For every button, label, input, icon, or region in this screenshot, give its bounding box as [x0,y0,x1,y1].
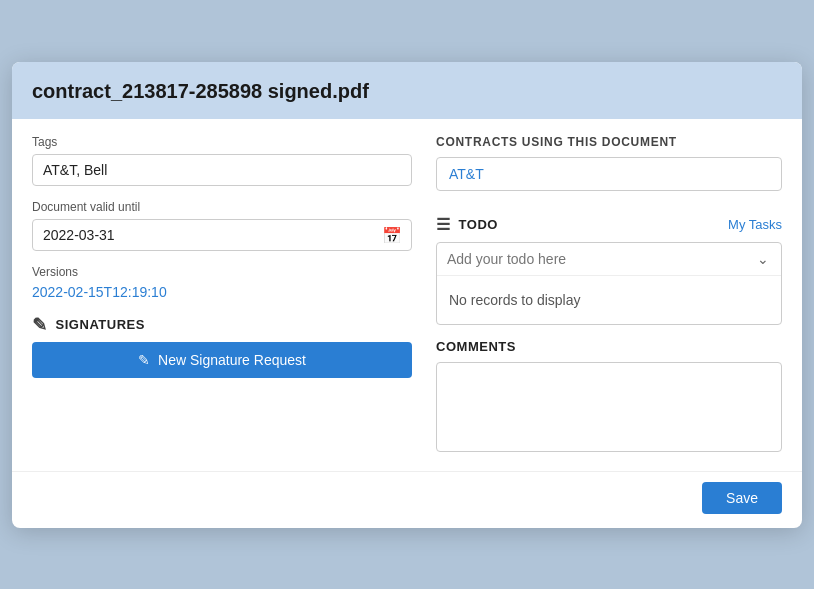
valid-until-field: Document valid until 📅 [32,200,412,251]
todo-title: ☰ TODO [436,215,498,234]
signatures-title: ✎ SIGNATURES [32,314,412,336]
calendar-icon[interactable]: 📅 [382,225,402,244]
version-link[interactable]: 2022-02-15T12:19:10 [32,284,167,300]
todo-dropdown-button[interactable]: ⌄ [755,251,771,267]
todo-input-row: ⌄ [437,243,781,276]
new-signature-label: New Signature Request [158,352,306,368]
comments-textarea[interactable] [436,362,782,452]
modal-container: contract_213817-285898 signed.pdf Tags D… [12,62,802,528]
signatures-section: ✎ SIGNATURES ✎ New Signature Request [32,314,412,378]
contracts-title: CONTRACTS USING THIS DOCUMENT [436,135,782,149]
my-tasks-link[interactable]: My Tasks [728,217,782,232]
signature-icon: ✎ [32,314,48,336]
todo-icon: ☰ [436,215,451,234]
tags-input[interactable] [32,154,412,186]
comments-title: COMMENTS [436,339,782,354]
todo-section: ☰ TODO My Tasks ⌄ No records to display [436,215,782,325]
modal-footer: Save [12,471,802,528]
tags-field: Tags [32,135,412,186]
tags-label: Tags [32,135,412,149]
valid-until-label: Document valid until [32,200,412,214]
todo-box: ⌄ No records to display [436,242,782,325]
valid-until-input[interactable] [32,219,412,251]
versions-label: Versions [32,265,412,279]
contracts-section: CONTRACTS USING THIS DOCUMENT AT&T [436,135,782,201]
no-records-text: No records to display [437,276,781,324]
date-input-wrap: 📅 [32,219,412,251]
right-column: CONTRACTS USING THIS DOCUMENT AT&T ☰ TOD… [436,135,782,455]
comments-section: COMMENTS [436,339,782,455]
modal-title: contract_213817-285898 signed.pdf [32,80,782,103]
new-sig-icon: ✎ [138,352,150,368]
new-signature-button[interactable]: ✎ New Signature Request [32,342,412,378]
todo-input[interactable] [447,251,749,267]
versions-field: Versions 2022-02-15T12:19:10 [32,265,412,300]
save-button[interactable]: Save [702,482,782,514]
contract-tag: AT&T [436,157,782,191]
left-column: Tags Document valid until 📅 Versions 202… [32,135,412,455]
modal-header: contract_213817-285898 signed.pdf [12,62,802,119]
todo-header: ☰ TODO My Tasks [436,215,782,234]
modal-body: Tags Document valid until 📅 Versions 202… [12,119,802,471]
